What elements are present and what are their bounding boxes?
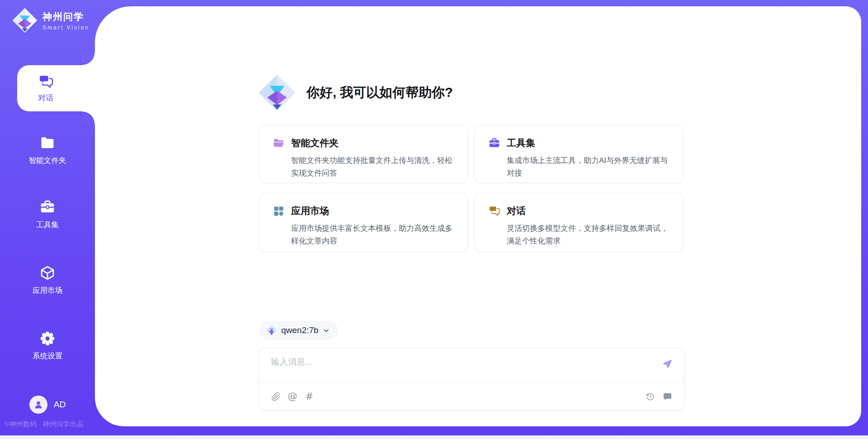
card-title: 智能文件夹 — [291, 137, 339, 149]
chat-bubbles-icon — [488, 205, 500, 217]
sidebar-item-label: 系统设置 — [33, 351, 62, 361]
card-chat[interactable]: 对话 灵活切换多模型文件，支持多样回复效果调试，满足个性化需求 — [474, 193, 684, 252]
brand-text: 神州问学 Smart Vision — [42, 10, 90, 31]
greeting-row: 你好, 我可以如何帮助你? — [258, 73, 453, 112]
composer-input-row — [259, 348, 684, 383]
composer-left-tools: @ # — [270, 391, 315, 402]
topic-button[interactable]: # — [303, 391, 315, 402]
horizontal-scrollbar[interactable] — [0, 435, 868, 439]
feature-cards: 智能文件夹 智能文件夹功能支持批量文件上传与清洗，轻松实现文件问答 工具集 集成… — [259, 125, 684, 252]
card-smart-folder[interactable]: 智能文件夹 智能文件夹功能支持批量文件上传与清洗，轻松实现文件问答 — [259, 125, 468, 183]
brand: 神州问学 Smart Vision — [12, 7, 90, 33]
card-description: 应用市场提供丰富长文本模板，助力高效生成多样化文章内容 — [291, 222, 454, 247]
chat-bubbles-icon — [38, 74, 54, 90]
main-panel: 你好, 我可以如何帮助你? 智能文件夹 智能文件夹功能支持批量文件上传与清洗，轻… — [95, 6, 861, 426]
sidebar-item-smart-folder[interactable]: 智能文件夹 — [0, 135, 95, 177]
brand-diamond-logo — [258, 73, 297, 112]
sidebar-item-label: 工具集 — [36, 220, 59, 230]
model-name: qwen2:7b — [281, 325, 318, 335]
card-description: 灵活切换多模型文件，支持多样回复效果调试，满足个性化需求 — [507, 222, 670, 247]
brand-subtitle: Smart Vision — [42, 24, 90, 31]
model-selector[interactable]: qwen2:7b — [260, 321, 338, 339]
avatar — [29, 396, 47, 414]
toolbox-icon — [39, 199, 56, 215]
card-toolset[interactable]: 工具集 集成市场上主流工具，助力AI与外界无缝扩展与对接 — [474, 125, 684, 183]
person-icon — [33, 399, 44, 410]
card-title: 对话 — [507, 205, 526, 217]
user-profile[interactable]: AD — [0, 396, 95, 414]
sidebar-item-label: 对话 — [38, 93, 53, 103]
sidebar-item-label: 智能文件夹 — [29, 156, 66, 166]
composer-toolbar: @ # — [259, 383, 684, 410]
card-app-market[interactable]: 应用市场 应用市场提供丰富长文本模板，助力高效生成多样化文章内容 — [259, 193, 468, 252]
card-title: 工具集 — [507, 137, 535, 149]
chevron-down-icon — [322, 327, 330, 334]
copyright-text: ©神州数码 · 神州问学出品 — [5, 420, 95, 429]
paperclip-icon — [271, 392, 281, 401]
card-head: 应用市场 — [273, 205, 454, 217]
history-button[interactable] — [644, 391, 656, 402]
folder-icon — [39, 135, 56, 151]
sidebar-item-chat[interactable]: 对话 — [17, 65, 108, 111]
attach-file-button[interactable] — [270, 391, 282, 402]
brand-name: 神州问学 — [42, 10, 90, 23]
tab-content: 对话 — [17, 65, 74, 111]
tab-fillet-top — [82, 52, 95, 65]
send-button[interactable] — [661, 358, 673, 371]
card-description: 智能文件夹功能支持批量文件上传与清洗，轻松实现文件问答 — [291, 154, 454, 179]
sidebar: 神州问学 Smart Vision 对话 智能文件夹 工具集 — [0, 0, 95, 439]
tab-fillet-bottom — [82, 111, 95, 124]
sidebar-item-settings[interactable]: 系统设置 — [0, 330, 95, 372]
card-head: 对话 — [488, 205, 670, 217]
model-diamond-icon — [266, 325, 277, 336]
card-description: 集成市场上主流工具，助力AI与外界无缝扩展与对接 — [507, 154, 670, 179]
folder-open-icon — [273, 137, 285, 149]
card-title: 应用市场 — [291, 205, 329, 217]
card-head: 工具集 — [488, 137, 670, 149]
apps-grid-icon — [273, 205, 285, 217]
message-input[interactable] — [271, 357, 661, 367]
card-head: 智能文件夹 — [273, 137, 454, 149]
mention-button[interactable]: @ — [287, 391, 298, 402]
composer-right-tools — [644, 391, 673, 402]
toolbox-icon — [488, 137, 500, 149]
gear-icon — [39, 330, 56, 347]
message-composer: @ # — [259, 348, 684, 410]
sidebar-item-app-market[interactable]: 应用市场 — [0, 265, 95, 306]
new-chat-button[interactable] — [661, 391, 673, 402]
sidebar-item-label: 应用市场 — [33, 286, 62, 296]
greeting-title: 你好, 我可以如何帮助你? — [307, 84, 453, 102]
send-plane-icon — [661, 358, 673, 370]
cube-icon — [39, 265, 56, 281]
history-clock-icon — [646, 392, 655, 401]
brand-diamond-logo — [12, 7, 38, 33]
chat-bubble-icon — [663, 392, 672, 401]
user-initials: AD — [54, 400, 66, 410]
sidebar-item-toolset[interactable]: 工具集 — [0, 199, 95, 241]
